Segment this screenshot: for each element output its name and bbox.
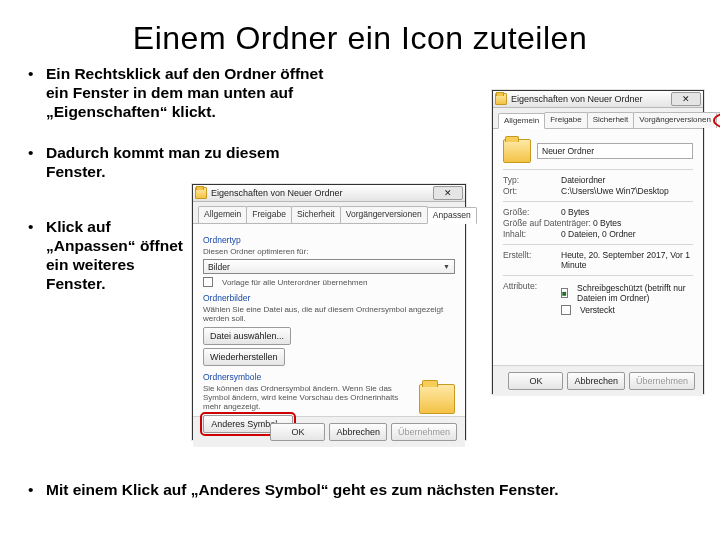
checkbox-readonly[interactable]: ■ bbox=[561, 288, 568, 298]
properties-dialog-general: Eigenschaften von Neuer Ordner ✕ Allgeme… bbox=[492, 90, 704, 394]
value-typ: Dateiordner bbox=[561, 175, 693, 185]
choose-file-button[interactable]: Datei auswählen... bbox=[203, 327, 291, 345]
tab-vorgaenger[interactable]: Vorgängerversionen bbox=[633, 112, 717, 128]
value-erstellt: Heute, 20. September 2017, Vor 1 Minute bbox=[561, 250, 693, 270]
restore-button[interactable]: Wiederherstellen bbox=[203, 348, 285, 366]
value-groesse: 0 Bytes bbox=[561, 207, 693, 217]
tab-sicherheit[interactable]: Sicherheit bbox=[587, 112, 635, 128]
value-ort: C:\Users\Uwe Win7\Desktop bbox=[561, 186, 693, 196]
folder-icon bbox=[419, 384, 455, 414]
tab-anpassen[interactable]: Anpassen bbox=[716, 112, 720, 128]
apply-button[interactable]: Übernehmen bbox=[629, 372, 695, 390]
dialog-title: Eigenschaften von Neuer Ordner bbox=[211, 188, 433, 198]
cancel-button[interactable]: Abbrechen bbox=[329, 423, 387, 441]
tab-strip: Allgemein Freigabe Sicherheit Vorgängerv… bbox=[493, 108, 703, 129]
section-ordnertyp: Ordnertyp bbox=[203, 235, 455, 245]
tab-strip: Allgemein Freigabe Sicherheit Vorgängerv… bbox=[193, 202, 465, 224]
folder-icon bbox=[503, 139, 531, 163]
tab-freigabe[interactable]: Freigabe bbox=[544, 112, 588, 128]
close-icon[interactable]: ✕ bbox=[671, 92, 701, 106]
tab-sicherheit[interactable]: Sicherheit bbox=[291, 206, 341, 223]
bullet-4: • Mit einem Klick auf „Anderes Symbol“ g… bbox=[28, 481, 628, 500]
bullet-1: • Ein Rechtsklick auf den Ordner öffnet … bbox=[28, 65, 328, 122]
chevron-down-icon: ▼ bbox=[443, 263, 450, 270]
bullet-2: • Dadurch kommt man zu diesem Fenster. bbox=[28, 144, 328, 182]
folder-icon bbox=[495, 93, 507, 105]
ok-button[interactable]: OK bbox=[270, 423, 325, 441]
checkbox-hidden[interactable] bbox=[561, 305, 571, 315]
folder-name-field[interactable]: Neuer Ordner bbox=[537, 143, 693, 159]
titlebar[interactable]: Eigenschaften von Neuer Ordner ✕ bbox=[493, 91, 703, 108]
dialog-title: Eigenschaften von Neuer Ordner bbox=[511, 94, 671, 104]
folder-icon bbox=[195, 187, 207, 199]
titlebar[interactable]: Eigenschaften von Neuer Ordner ✕ bbox=[193, 185, 465, 202]
cancel-button[interactable]: Abbrechen bbox=[567, 372, 625, 390]
apply-button[interactable]: Übernehmen bbox=[391, 423, 457, 441]
checkbox-subfolders[interactable] bbox=[203, 277, 213, 287]
bullet-3: • Klick auf „Anpassen“ öffnet ein weiter… bbox=[28, 218, 183, 294]
section-ordnerbilder: Ordnerbilder bbox=[203, 293, 455, 303]
properties-dialog-customize: Eigenschaften von Neuer Ordner ✕ Allgeme… bbox=[192, 184, 466, 440]
ok-button[interactable]: OK bbox=[508, 372, 563, 390]
tab-anpassen[interactable]: Anpassen bbox=[427, 207, 477, 224]
tab-allgemein[interactable]: Allgemein bbox=[498, 113, 545, 129]
tab-freigabe[interactable]: Freigabe bbox=[246, 206, 292, 223]
tab-vorgaenger[interactable]: Vorgängerversionen bbox=[340, 206, 428, 223]
section-ordnersymbole: Ordnersymbole bbox=[203, 372, 455, 382]
value-disk: 0 Bytes bbox=[593, 218, 693, 228]
slide-title: Einem Ordner ein Icon zuteilen bbox=[28, 20, 692, 57]
tab-allgemein[interactable]: Allgemein bbox=[198, 206, 247, 223]
close-icon[interactable]: ✕ bbox=[433, 186, 463, 200]
value-inhalt: 0 Dateien, 0 Ordner bbox=[561, 229, 693, 239]
optimize-select[interactable]: Bilder▼ bbox=[203, 259, 455, 274]
